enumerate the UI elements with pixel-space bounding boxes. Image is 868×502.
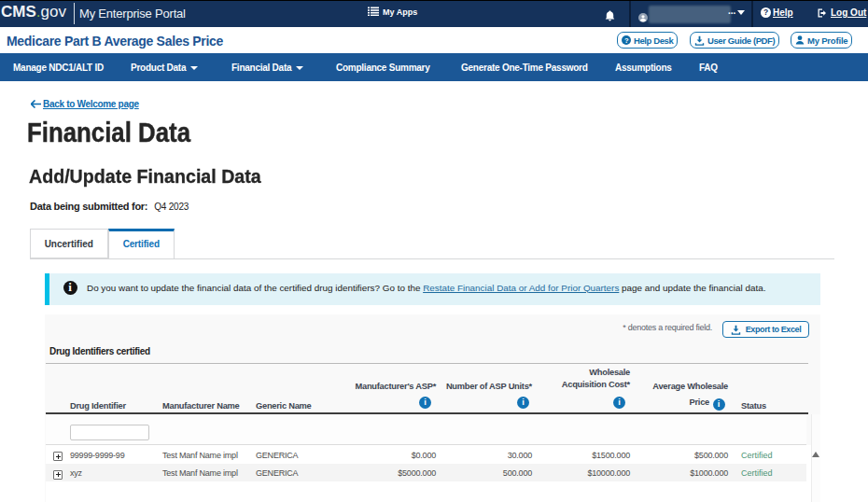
svg-text:?: ? [763,7,768,17]
